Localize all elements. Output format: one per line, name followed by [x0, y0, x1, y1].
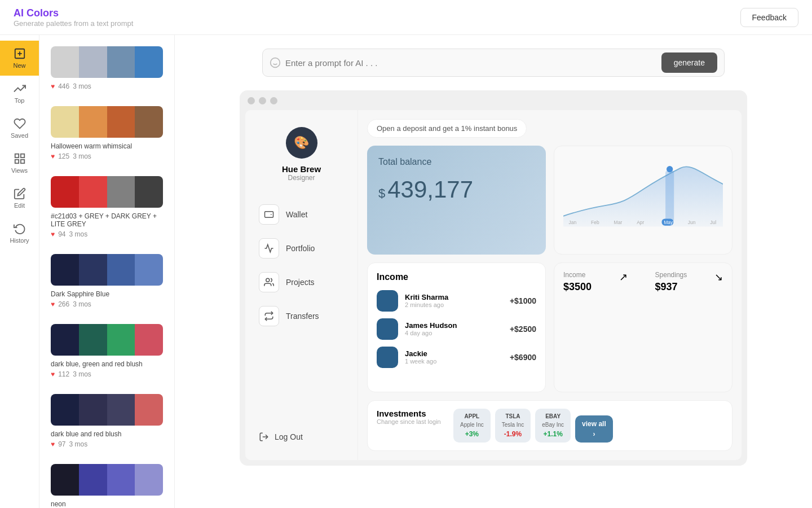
- swatch: [79, 394, 107, 426]
- heart-icon: ♥: [51, 152, 55, 160]
- palette-card-p1[interactable]: ♥4463 mos: [46, 42, 167, 95]
- new-icon: [14, 47, 26, 60]
- dot-minimize: [259, 97, 266, 104]
- income-item-1: James Hudson 4 day ago +$2500: [377, 318, 536, 340]
- income-summary-value: $3500: [563, 281, 592, 293]
- app-nav-transfers[interactable]: Transfers: [254, 299, 348, 333]
- feedback-button[interactable]: Feedback: [740, 8, 798, 27]
- income-avatar-2: [377, 347, 398, 368]
- swatch: [107, 324, 135, 356]
- svg-rect-3: [15, 154, 18, 157]
- swatch: [107, 254, 135, 286]
- income-avatar-0: [377, 290, 398, 312]
- spending-trend-icon: ↘: [714, 271, 723, 293]
- app-nav-projects[interactable]: Projects: [254, 265, 348, 299]
- swatch: [107, 106, 135, 138]
- income-avatar-1: [377, 318, 398, 340]
- palette-meta: ♥973 mos: [51, 440, 163, 448]
- main-layout: New Top Saved Views Edit: [0, 35, 812, 508]
- brand-title: AI Colors: [14, 7, 133, 19]
- swatch: [135, 46, 163, 78]
- user-role: Designer: [288, 174, 315, 182]
- balance-currency: $: [378, 186, 385, 201]
- income-item-2: Jackie 1 week ago +$6900: [377, 347, 536, 368]
- nav-item-history[interactable]: History: [0, 216, 39, 251]
- swatch: [135, 464, 163, 496]
- invest-change-ebay: +1.1%: [543, 430, 562, 438]
- dot-maximize: [270, 97, 277, 104]
- nav-label-new: New: [13, 62, 25, 69]
- svg-text:Mar: Mar: [614, 220, 623, 225]
- palette-card-p7[interactable]: neon♥803 mos: [46, 459, 167, 508]
- palette-card-p2[interactable]: Halloween warm whimsical♥1253 mos: [46, 102, 167, 165]
- balance-amount: $ 439,177: [378, 176, 535, 203]
- swatch: [51, 46, 79, 78]
- invest-item-appl: APPL Apple Inc +3%: [453, 409, 491, 443]
- investments-title: Investments: [377, 409, 444, 418]
- palette-meta: ♥4463 mos: [51, 82, 163, 90]
- summary-row: Income $3500 ↗ Spendings $937 ↘: [563, 271, 723, 293]
- prompt-input[interactable]: [285, 58, 657, 68]
- like-count: 112: [58, 370, 69, 378]
- palette-card-p4[interactable]: Dark Sapphire Blue♥2663 mos: [46, 249, 167, 313]
- user-avatar-section: 🎨 Hue Brew Designer: [254, 127, 348, 182]
- palette-card-p3[interactable]: #c21d03 + GREY + DARK GREY + LITE GREY♥9…: [46, 172, 167, 243]
- svg-point-7: [271, 58, 280, 68]
- nav-label-history: History: [10, 237, 29, 244]
- spendings-value: $937: [655, 281, 687, 293]
- balance-card: Total balance $ 439,177: [367, 146, 546, 255]
- app-window: 🎨 Hue Brew Designer Wallet: [240, 90, 747, 466]
- like-count: 266: [58, 300, 69, 308]
- svg-point-14: [667, 166, 673, 172]
- palette-card-p5[interactable]: dark blue, green and red blush♥1123 mos: [46, 319, 167, 383]
- svg-rect-4: [20, 154, 24, 157]
- swatch: [107, 176, 135, 208]
- top-icon: [14, 82, 26, 95]
- prompt-bar: generate: [262, 49, 725, 77]
- swatch: [51, 254, 79, 286]
- projects-svg: [264, 277, 274, 287]
- nav-item-views[interactable]: Views: [0, 146, 39, 181]
- wallet-svg: [264, 209, 274, 220]
- income-summary: Income $3500 ↗ Spendings $937 ↘: [554, 262, 732, 393]
- nav-item-saved[interactable]: Saved: [0, 111, 39, 146]
- swatch: [51, 324, 79, 356]
- view-all-label: view all: [582, 420, 606, 428]
- swatch: [107, 394, 135, 426]
- investments-info: Investments Change since last login: [377, 409, 444, 431]
- income-title: Income: [377, 272, 536, 282]
- nav-label-saved: Saved: [11, 132, 28, 139]
- app-nav-projects-label: Projects: [286, 278, 315, 287]
- income-info-1: James Hudson 4 day ago: [405, 321, 457, 336]
- palette-name: Dark Sapphire Blue: [51, 290, 163, 298]
- nav-label-views: Views: [11, 167, 28, 174]
- svg-rect-6: [20, 160, 24, 163]
- palette-name: Halloween warm whimsical: [51, 142, 163, 150]
- palette-name: neon: [51, 500, 163, 508]
- nav-item-new[interactable]: New: [0, 41, 39, 76]
- heart-icon: ♥: [51, 230, 55, 238]
- view-all-button[interactable]: view all ›: [575, 415, 613, 443]
- nav-item-top[interactable]: Top: [0, 76, 39, 111]
- icon-nav: New Top Saved Views Edit: [0, 35, 39, 508]
- app-nav-portfolio[interactable]: Portfolio: [254, 231, 348, 265]
- palette-card-p6[interactable]: dark blue and red blush♥973 mos: [46, 389, 167, 453]
- header: AI Colors Generate palettes from a text …: [0, 0, 812, 35]
- swatch: [107, 46, 135, 78]
- app-nav-portfolio-label: Portfolio: [286, 244, 315, 253]
- nav-item-edit[interactable]: Edit: [0, 181, 39, 216]
- generate-button[interactable]: generate: [661, 52, 717, 73]
- palette-meta: ♥943 mos: [51, 230, 163, 238]
- app-nav-wallet[interactable]: Wallet: [254, 198, 348, 231]
- app-main: Open a deposit and get a 1% instant bonu…: [358, 110, 742, 460]
- svg-rect-10: [265, 212, 273, 218]
- swatch: [79, 176, 107, 208]
- view-all-arrow: ›: [593, 430, 595, 438]
- portfolio-svg: [264, 243, 274, 253]
- logout-button[interactable]: Log Out: [254, 425, 348, 449]
- logout-icon: [259, 432, 269, 442]
- income-name-0: Kriti Sharma: [405, 293, 448, 301]
- swatch: [51, 464, 79, 496]
- invest-name-appl: Apple Inc: [460, 422, 484, 428]
- swatch: [135, 254, 163, 286]
